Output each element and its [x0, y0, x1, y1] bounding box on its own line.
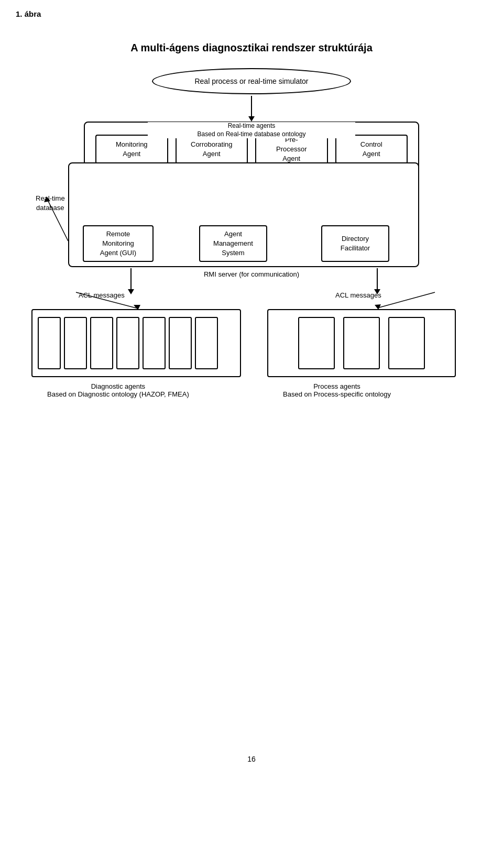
diagnostic-agents-label: Diagnostic agentsBased on Diagnostic ont…	[47, 382, 189, 398]
remote-monitoring-agent-box: RemoteMonitoringAgent (GUI)	[83, 225, 154, 262]
diag-box-2	[64, 317, 87, 369]
svg-marker-6	[128, 289, 134, 294]
process-agents-label: Process agentsBased on Process-specific …	[283, 382, 391, 398]
acl-messages-bottom-right: ACL messages	[335, 291, 381, 299]
rmi-server-label: RMI server (for communication)	[204, 270, 299, 278]
directory-facilitator-box: DirectoryFacilitator	[321, 225, 389, 262]
agent-management-system-box: AgentManagementSystem	[199, 225, 267, 262]
control-agent-box: ControlAgent	[335, 135, 408, 164]
main-title: A multi-ágens diagnosztikai rendszer str…	[0, 42, 503, 54]
svg-line-11	[377, 292, 435, 308]
diag-box-4	[116, 317, 139, 369]
proc-box-2	[343, 317, 380, 369]
diagnostic-agents-group	[31, 309, 241, 377]
diag-box-5	[143, 317, 166, 369]
ellipse-container: Real process or real-time simulator	[152, 68, 351, 94]
process-agents-group	[267, 309, 456, 377]
proc-box-1	[298, 317, 335, 369]
rt-database-label: Real-timedatabase	[36, 194, 65, 213]
monitoring-agent-box: MonitoringAgent	[95, 135, 168, 164]
diag-box-3	[90, 317, 113, 369]
diag-box-6	[169, 317, 192, 369]
svg-marker-1	[248, 116, 255, 122]
proc-box-3	[388, 317, 425, 369]
acl-messages-bottom-left: ACL messages	[79, 291, 125, 299]
page-number: 16	[247, 755, 256, 763]
corroborating-agent-box: CorroboratingAgent	[176, 135, 248, 164]
diag-box-7	[195, 317, 218, 369]
real-process-ellipse: Real process or real-time simulator	[152, 68, 351, 94]
page-label: 1. ábra	[16, 9, 41, 18]
rt-agents-label: Real-time agentsBased on Real-time datab…	[148, 122, 355, 138]
diag-box-1	[38, 317, 61, 369]
